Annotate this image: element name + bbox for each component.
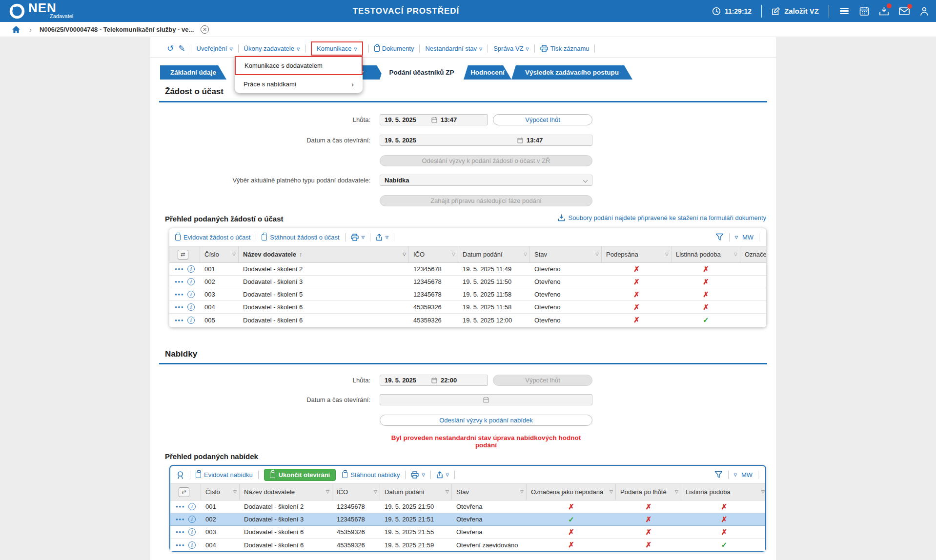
table-row[interactable]: ●●●i 005Dodavatel - školení 64535932619.… [169, 314, 766, 326]
row-menu-icon[interactable]: ●●● [176, 504, 185, 509]
table-row[interactable]: ●●●i 004Dodavatel - školení 64535932619.… [170, 539, 765, 551]
col-listinna-podoba[interactable]: Listinná podoba▽ [681, 484, 767, 500]
lhuta-date-input[interactable]: 19. 5. 2025 13:47 [380, 114, 488, 125]
row-menu-icon[interactable]: ●●● [176, 517, 185, 521]
column-filter-icon[interactable]: ▽ [665, 252, 669, 257]
column-filter-icon[interactable]: ▽ [403, 252, 406, 257]
print-table-button[interactable]: ▽ [351, 234, 365, 241]
menu-tisk-zaznamu[interactable]: Tisk záznamu [540, 45, 590, 52]
row-menu-icon[interactable]: ●●● [175, 318, 184, 322]
menu-nestandardni-stav[interactable]: Nestandardní stav▽ [425, 45, 482, 52]
table-row[interactable]: ●●●i 001Dodavatel - školení 21234567819.… [170, 500, 765, 513]
filter-funnel-icon[interactable] [715, 233, 724, 241]
user-profile-icon[interactable] [919, 6, 929, 16]
col-podepsana[interactable]: Podepsána▽ [602, 246, 671, 262]
column-filter-icon[interactable]: ▽ [610, 489, 613, 494]
col-cislo[interactable]: Číslo▽ [200, 246, 239, 262]
refresh-icon[interactable]: ↺ [167, 44, 174, 53]
menu-hamburger-icon[interactable] [839, 7, 850, 16]
menu-ukony-zadavatele[interactable]: Úkony zadavatele▽ [244, 45, 300, 52]
tab-podani-ucastniku-zp[interactable]: Podání účastníků ZP [380, 65, 464, 80]
calendar-icon[interactable] [859, 6, 869, 16]
column-filter-icon[interactable]: ▽ [734, 252, 737, 257]
nabidky-lhuta-input[interactable]: 19. 5. 2025 22:00 [380, 375, 488, 386]
column-filter-icon[interactable]: ▽ [232, 252, 236, 257]
row-info-icon[interactable]: i [188, 528, 196, 536]
row-menu-icon[interactable]: ●●● [175, 305, 184, 309]
medal-icon[interactable] [176, 471, 184, 479]
column-filter-icon[interactable]: ▽ [233, 489, 237, 494]
row-menu-icon[interactable]: ●●● [176, 530, 185, 534]
column-filter-icon[interactable]: ▽ [326, 489, 329, 494]
col-podana-po-lhute[interactable]: Podaná po lhůtě▽ [616, 484, 681, 500]
menu-dokumenty[interactable]: Dokumenty [374, 45, 414, 52]
nen-logo[interactable]: NEN Zadavatel [9, 1, 73, 20]
vypocet-lhut-button[interactable]: Výpočet lhůt [493, 114, 592, 125]
row-menu-icon[interactable]: ●●● [175, 280, 184, 284]
evidovat-zadost-button[interactable]: Evidovat žádost o účast [175, 234, 250, 241]
downloads-tray-icon[interactable] [879, 6, 889, 16]
column-filter-icon[interactable]: ▽ [452, 252, 455, 257]
table-row[interactable]: ●●●i 001Dodavatel - školení 21234567819.… [169, 263, 766, 276]
column-filter-icon[interactable]: ▽ [761, 489, 765, 494]
menu-item-komunikace-s-dodavatelem[interactable]: Komunikace s dodavatelem [235, 56, 363, 75]
home-icon[interactable] [12, 25, 20, 34]
column-filter-icon[interactable]: ▽ [675, 489, 678, 494]
table-row[interactable]: ●●●i 002Dodavatel - školení 31234567819.… [170, 513, 765, 526]
col-nazev-dodavatele[interactable]: Název dodavatele▽ [240, 484, 332, 500]
row-menu-icon[interactable]: ●●● [176, 543, 185, 547]
messages-envelope-icon[interactable] [899, 7, 910, 16]
table-row[interactable]: ●●●i 003Dodavatel - školení 51234567819.… [169, 288, 766, 301]
row-info-icon[interactable]: i [188, 503, 196, 510]
otevirani-date-input[interactable]: 19. 5. 2025 13:47 [380, 135, 592, 146]
ukoncit-oteviranie-button[interactable]: Ukončit otevírání [264, 469, 336, 481]
row-info-icon[interactable]: i [187, 278, 195, 285]
create-vz-button[interactable]: Založit VZ [772, 7, 819, 16]
tab-hodnoceni[interactable]: Hodnocení [464, 65, 511, 80]
col-cislo[interactable]: Číslo▽ [201, 484, 240, 500]
row-info-icon[interactable]: i [187, 317, 195, 324]
col-stav[interactable]: Stav▽ [452, 484, 527, 500]
col-nazev-dodavatele[interactable]: Název dodavatele↑▽ [239, 246, 409, 262]
col-ico[interactable]: IČO▽ [332, 484, 380, 500]
column-chooser-icon[interactable]: ⇄ [179, 487, 189, 497]
col-datum-podani[interactable]: Datum podání▽ [380, 484, 452, 500]
tab-vysledek[interactable]: Výsledek zadávacího postupu [511, 65, 632, 80]
typ-podani-select[interactable]: Nabídka [380, 175, 592, 186]
row-info-icon[interactable]: i [187, 291, 195, 298]
column-filter-icon[interactable]: ▽ [446, 489, 449, 494]
col-stav[interactable]: Stav▽ [530, 246, 602, 262]
col-ico[interactable]: IČO▽ [409, 246, 458, 262]
export-table-button[interactable]: ▽ [436, 471, 449, 479]
dropdown-arrow-icon[interactable]: ▽ [734, 473, 737, 477]
column-filter-icon[interactable]: ▽ [595, 252, 599, 257]
edit-pencil-icon[interactable]: ✎ [178, 44, 185, 53]
odeslani-vyzvy-nabidek-button[interactable]: Odeslání výzvy k podání nabídek [380, 415, 592, 426]
row-info-icon[interactable]: i [187, 303, 195, 311]
col-datum-podani[interactable]: Datum podání▽ [458, 246, 530, 262]
calendar-small-icon[interactable] [431, 117, 437, 123]
table-row[interactable]: ●●●i 004Dodavatel - školení 64535932619.… [169, 301, 766, 314]
column-filter-icon[interactable]: ▽ [374, 489, 377, 494]
row-menu-icon[interactable]: ●●● [175, 292, 184, 297]
calendar-small-icon[interactable] [517, 137, 523, 143]
evidovat-nabidku-button[interactable]: Evidovat nabídku [196, 471, 253, 479]
col-oznacena[interactable]: Označena jako nepodaná▽ [527, 484, 616, 500]
mw-toggle[interactable]: MW [741, 471, 753, 479]
row-menu-icon[interactable]: ●●● [175, 267, 184, 271]
row-info-icon[interactable]: i [188, 541, 196, 549]
breadcrumb-record[interactable]: N006/25/V00004748 - Telekomunikační služ… [40, 26, 194, 33]
table-row[interactable]: ●●●i 002Dodavatel - školení 31234567819.… [169, 276, 766, 288]
tab-zakladni-udaje[interactable]: Základní údaje [160, 65, 226, 80]
menu-sprava-vz[interactable]: Správa VZ▽ [493, 45, 529, 52]
column-filter-icon[interactable]: ▽ [524, 252, 527, 257]
stahnout-zadosti-button[interactable]: Stáhnout žádosti o účast [262, 234, 339, 241]
close-record-icon[interactable]: ✕ [201, 25, 209, 34]
calendar-small-icon[interactable] [431, 377, 437, 383]
menu-komunikace[interactable]: Komunikace▽ Komunikace s dodavatelem Prá… [311, 41, 363, 56]
menu-uverejneni[interactable]: Uveřejnění▽ [197, 45, 233, 52]
soubory-podani-link[interactable]: Soubory podání najdete připravené ke sta… [558, 214, 766, 221]
col-listinna-podoba[interactable]: Listinná podoba▽ [671, 246, 740, 262]
table-row[interactable]: ●●●i 003Dodavatel - školení 64535932619.… [170, 526, 765, 539]
mw-toggle[interactable]: MW [742, 234, 753, 241]
